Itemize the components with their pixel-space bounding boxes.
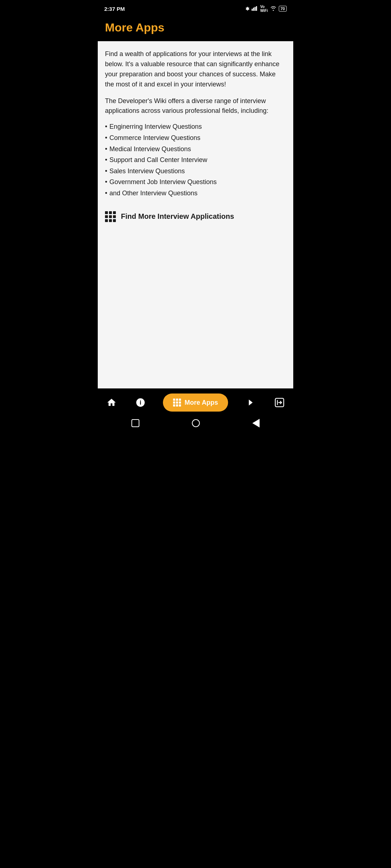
home-button[interactable]	[105, 396, 118, 409]
signal-icon	[252, 6, 258, 12]
list-item: •and Other Interview Questions	[105, 188, 286, 199]
find-more-text: Find More Interview Applications	[121, 212, 234, 221]
exit-icon	[274, 397, 285, 408]
wifi-icon	[270, 6, 277, 12]
grid-icon	[105, 211, 116, 222]
info-icon	[135, 397, 146, 408]
bullet-dot: •	[105, 132, 107, 144]
bullet-text: Commerce Interview Questions	[109, 132, 200, 144]
list-item: •Sales Interview Questions	[105, 166, 286, 177]
exit-button[interactable]	[273, 396, 286, 409]
status-icons: ✱ VoWiFi 70	[245, 5, 287, 13]
home-system-button[interactable]	[192, 419, 200, 427]
battery-icon: 70	[279, 6, 287, 12]
list-item: •Government Job Interview Questions	[105, 176, 286, 188]
more-apps-button-label: More Apps	[185, 399, 218, 407]
intro-text: Find a wealth of applications for your i…	[105, 49, 286, 90]
categories-list: •Enginerring Interview Questions•Commerc…	[105, 121, 286, 199]
svg-rect-1	[253, 8, 254, 11]
bullet-dot: •	[105, 121, 107, 132]
more-apps-grid-icon	[173, 399, 181, 407]
back-icon	[252, 419, 260, 427]
list-item: •Medical Interview Questions	[105, 144, 286, 155]
main-content: Find a wealth of applications for your i…	[98, 41, 293, 388]
page-title: More Apps	[105, 21, 286, 34]
svg-point-5	[140, 401, 140, 401]
recents-icon	[131, 419, 139, 427]
svg-rect-2	[255, 7, 256, 11]
list-item: •Commerce Interview Questions	[105, 132, 286, 144]
system-nav	[98, 415, 293, 434]
bullet-text: and Other Interview Questions	[109, 188, 197, 199]
page-header: More Apps	[98, 16, 293, 41]
bullet-dot: •	[105, 144, 107, 155]
bullet-dot: •	[105, 154, 107, 166]
find-more-link[interactable]: Find More Interview Applications	[105, 208, 286, 226]
home-system-icon	[192, 419, 200, 427]
more-apps-button[interactable]: More Apps	[163, 393, 228, 412]
back-button[interactable]	[252, 419, 260, 427]
categories-intro-text: The Developer's Wiki offers a diverse ra…	[105, 96, 286, 116]
status-time: 2:37 PM	[104, 6, 125, 12]
vowifi-icon: VoWiFi	[260, 5, 268, 13]
info-button[interactable]	[134, 396, 147, 409]
bluetooth-icon: ✱	[245, 6, 249, 12]
bullet-text: Medical Interview Questions	[109, 144, 191, 155]
bullet-text: Government Job Interview Questions	[109, 176, 216, 188]
bullet-text: Sales Interview Questions	[109, 166, 185, 177]
bullet-dot: •	[105, 188, 107, 199]
status-bar: 2:37 PM ✱ VoWiFi 70	[98, 0, 293, 16]
bottom-navigation: More Apps	[98, 388, 293, 415]
svg-rect-3	[256, 6, 257, 11]
bullet-dot: •	[105, 176, 107, 188]
forward-icon	[245, 397, 256, 408]
forward-button[interactable]	[244, 396, 257, 409]
recents-button[interactable]	[131, 419, 139, 427]
bullet-dot: •	[105, 166, 107, 177]
list-item: •Enginerring Interview Questions	[105, 121, 286, 132]
home-icon	[106, 397, 117, 408]
list-item: •Support and Call Center Interview	[105, 154, 286, 166]
bullet-text: Enginerring Interview Questions	[109, 121, 202, 132]
bullet-text: Support and Call Center Interview	[109, 154, 207, 166]
svg-rect-0	[252, 9, 253, 11]
